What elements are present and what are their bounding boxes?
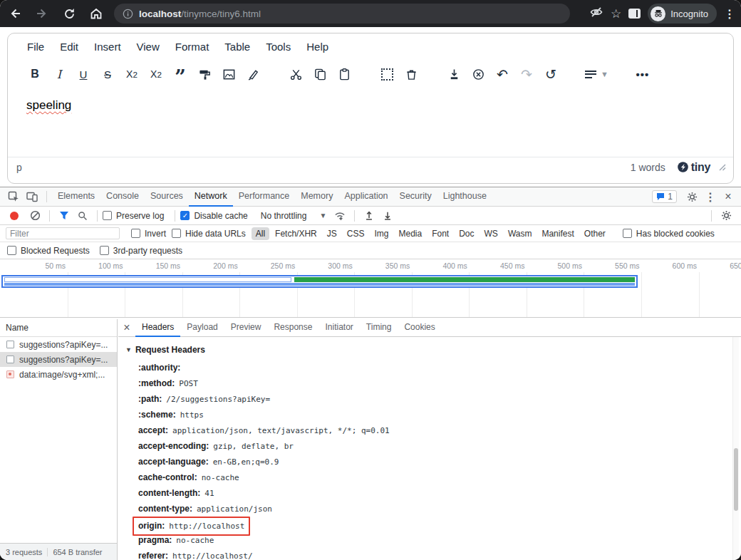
request-headers-title[interactable]: ▼ Request Headers <box>125 343 731 357</box>
resource-type-filter[interactable]: Doc <box>455 227 478 240</box>
request-row[interactable]: data:image/svg+xml;... <box>0 367 117 382</box>
back-button[interactable] <box>3 1 27 26</box>
tiny-logo[interactable]: tiny <box>677 161 710 174</box>
resource-type-filter[interactable]: All <box>252 227 269 240</box>
import-har-icon[interactable] <box>360 207 378 225</box>
subscript-icon[interactable]: X2 <box>123 66 140 83</box>
password-hidden-eye-icon[interactable] <box>589 5 603 22</box>
details-tab[interactable]: Payload <box>180 319 224 337</box>
editor-menu-item[interactable]: Insert <box>86 36 129 57</box>
more-toolbar-icon[interactable]: ••• <box>634 66 651 83</box>
invert-checkbox[interactable] <box>131 229 140 238</box>
editor-content[interactable]: speeling <box>8 88 733 157</box>
export-har-icon[interactable] <box>378 207 397 225</box>
throttling-select[interactable]: No throttling ▼ <box>261 211 327 221</box>
devtools-tab[interactable]: Lighthouse <box>437 187 492 207</box>
name-column-header[interactable]: Name <box>0 319 117 337</box>
editor-menu-item[interactable]: Tools <box>258 36 299 57</box>
resize-handle-icon[interactable] <box>719 162 726 173</box>
paste-icon[interactable] <box>336 66 353 83</box>
copy-icon[interactable] <box>311 66 328 83</box>
forward-button[interactable] <box>30 1 54 26</box>
bold-icon[interactable]: B <box>26 66 43 83</box>
cut-icon[interactable] <box>287 66 304 83</box>
editor-menu-item[interactable]: Help <box>299 36 336 57</box>
word-count[interactable]: 1 words <box>631 162 665 173</box>
address-bar[interactable]: localhost/tinymce/tiny6.html <box>114 4 570 24</box>
resource-type-filter[interactable]: Other <box>580 227 610 240</box>
details-scrollbar[interactable] <box>732 337 739 560</box>
devtools-close-icon[interactable]: × <box>720 190 737 203</box>
has-blocked-cookies-checkbox[interactable] <box>623 229 632 238</box>
editor-menu-item[interactable]: View <box>129 36 167 57</box>
request-row[interactable]: suggestions?apiKey=... <box>0 337 117 352</box>
details-tab[interactable]: Timing <box>360 319 398 337</box>
editor-menu-item[interactable]: Table <box>217 36 258 57</box>
browser-menu-icon[interactable]: ⋮ <box>724 7 735 21</box>
details-tab[interactable]: Response <box>267 319 318 337</box>
third-party-checkbox[interactable] <box>100 246 109 255</box>
resource-type-filter[interactable]: Font <box>428 227 453 240</box>
editor-menu-item[interactable]: File <box>19 36 52 57</box>
editor-menu-item[interactable]: Format <box>167 36 217 57</box>
disable-cache-checkbox[interactable]: ✓ <box>180 211 190 220</box>
underline-icon[interactable]: U <box>75 66 92 83</box>
device-toolbar-icon[interactable] <box>23 187 41 206</box>
resource-type-filter[interactable]: Img <box>370 227 393 240</box>
element-path[interactable]: p <box>16 162 22 173</box>
preserve-log-checkbox[interactable] <box>103 211 112 220</box>
devtools-tab[interactable]: Sources <box>145 187 189 207</box>
bookmark-star-icon[interactable]: ☆ <box>611 8 621 20</box>
devtools-tab[interactable]: Performance <box>233 187 296 207</box>
format-painter-icon[interactable] <box>196 66 213 83</box>
issues-badge[interactable]: 1 <box>652 190 677 203</box>
italic-icon[interactable]: I <box>51 66 68 83</box>
network-overview-timeline[interactable]: 50 ms100 ms150 ms200 ms250 ms300 ms350 m… <box>0 259 741 318</box>
inspect-element-icon[interactable] <box>4 187 23 206</box>
devtools-settings-icon[interactable] <box>683 187 701 206</box>
close-details-icon[interactable]: × <box>118 321 135 334</box>
align-left-button[interactable]: ▼ <box>585 66 608 83</box>
export-icon[interactable] <box>445 66 462 83</box>
superscript-icon[interactable]: X2 <box>147 66 165 83</box>
request-row[interactable]: suggestions?apiKey=... <box>0 352 117 367</box>
resource-type-filter[interactable]: JS <box>323 227 341 240</box>
home-button[interactable] <box>84 1 108 26</box>
insert-image-icon[interactable] <box>220 66 237 83</box>
resource-type-filter[interactable]: WS <box>480 227 502 240</box>
timeline-selection[interactable] <box>1 275 638 288</box>
resource-type-filter[interactable]: Fetch/XHR <box>271 227 321 240</box>
devtools-tab[interactable]: Network <box>189 187 233 207</box>
network-filter-input[interactable] <box>6 227 120 239</box>
reload-button[interactable] <box>57 1 81 26</box>
scrollbar-thumb[interactable] <box>734 448 738 511</box>
resource-type-filter[interactable]: Wasm <box>504 227 537 240</box>
search-icon[interactable] <box>73 207 92 225</box>
network-conditions-icon[interactable] <box>331 207 349 225</box>
editor-menu-item[interactable]: Edit <box>52 36 86 57</box>
devtools-tab[interactable]: Elements <box>52 187 100 207</box>
devtools-tab[interactable]: Application <box>338 187 393 207</box>
record-network-log-icon[interactable] <box>10 212 19 220</box>
details-tab[interactable]: Cookies <box>398 319 441 337</box>
side-panel-icon[interactable] <box>628 9 641 19</box>
network-settings-icon[interactable] <box>717 207 735 225</box>
misspelled-word[interactable]: speeling <box>26 98 71 112</box>
devtools-tab[interactable]: Memory <box>295 187 338 207</box>
details-tab[interactable]: Initiator <box>318 319 359 337</box>
undo-icon[interactable]: ↶ <box>494 66 511 83</box>
devtools-tab[interactable]: Console <box>100 187 145 207</box>
resource-type-filter[interactable]: CSS <box>343 227 369 240</box>
details-tab[interactable]: Preview <box>224 319 268 337</box>
devtools-tab[interactable]: Security <box>394 187 437 207</box>
devtools-menu-icon[interactable]: ⋮ <box>701 187 720 206</box>
resource-type-filter[interactable]: Media <box>394 227 426 240</box>
filter-icon[interactable] <box>55 207 73 225</box>
blockquote-icon[interactable]: ” <box>172 66 189 83</box>
hide-data-urls-checkbox[interactable] <box>172 229 181 238</box>
strikethrough-icon[interactable]: S <box>99 66 116 83</box>
details-tab[interactable]: Headers <box>135 319 180 337</box>
resource-type-filter[interactable]: Manifest <box>537 227 578 240</box>
permanent-pen-icon[interactable] <box>244 66 261 83</box>
redo-icon[interactable]: ↷ <box>518 66 535 83</box>
